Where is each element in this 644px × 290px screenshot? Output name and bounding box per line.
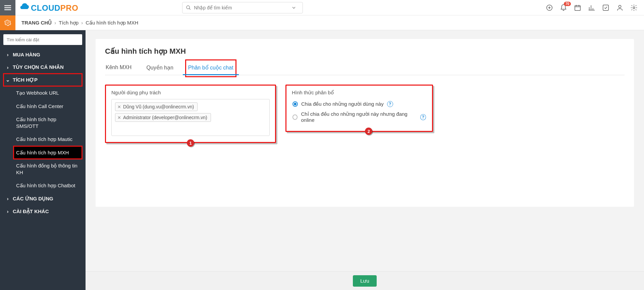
svg-point-5 — [633, 7, 635, 9]
sidebar-item-sync-kh[interactable]: Cấu hình đồng bộ thông tin KH — [13, 159, 82, 179]
main-content: Cấu hình tích hợp MXH Kênh MXH Quyền hạn… — [86, 30, 644, 290]
sidebar-group-label: CÁC ỨNG DỤNG — [13, 196, 53, 202]
breadcrumb-home[interactable]: TRANG CHỦ — [21, 20, 52, 26]
radio-option-all[interactable]: Chia đều cho những người dùng này ? — [292, 99, 427, 109]
gear-icon — [4, 19, 11, 27]
sidebar-group-apps[interactable]: ›CÁC ỨNG DỤNG — [3, 192, 82, 205]
chart-icon — [588, 4, 595, 11]
sidebar-group-label: TÙY CHỌN CÁ NHÂN — [13, 64, 64, 70]
notification-badge: 70 — [564, 2, 571, 6]
sidebar-item-callcenter[interactable]: Cấu hình Call Center — [13, 100, 82, 113]
search-input[interactable] — [194, 5, 289, 10]
hamburger-menu-button[interactable] — [0, 0, 15, 15]
radio-button[interactable] — [292, 101, 298, 107]
calendar-icon — [574, 4, 581, 11]
sidebar-item-mxh[interactable]: Cấu hình tích hợp MXH — [13, 146, 82, 159]
notifications-button[interactable]: 70 — [559, 4, 568, 12]
user-tag: ✕ Administrator (developer@onlinecrm.vn) — [115, 113, 211, 122]
radio-label: Chia đều cho những người dùng này — [301, 101, 384, 107]
app-logo[interactable]: CLOUDPRO — [19, 3, 78, 13]
chevron-right-icon: › — [6, 52, 9, 57]
sidebar-item-chatbot[interactable]: Cấu hình tích hợp Chatbot — [13, 179, 82, 192]
header-actions: 70 — [545, 4, 644, 12]
settings-button[interactable] — [630, 4, 638, 12]
panel-title: Người dùng phụ trách — [111, 90, 270, 96]
breadcrumb-item: Cấu hình tích hợp MXH — [86, 20, 138, 26]
sidebar-item-webhook[interactable]: Tạo Webhook URL — [13, 86, 82, 100]
annotation-badge-1: 1 — [187, 139, 194, 147]
panel-title: Hình thức phân bổ — [292, 90, 427, 96]
plus-circle-icon — [546, 4, 553, 11]
hamburger-icon — [4, 4, 12, 12]
chevron-right-icon: › — [6, 64, 9, 70]
radio-button[interactable] — [292, 114, 298, 120]
sidebar-group-label: MUA HÀNG — [13, 52, 40, 57]
breadcrumb-row: TRANG CHỦ › Tích hợp › Cấu hình tích hợp… — [0, 15, 644, 30]
tasks-button[interactable] — [602, 4, 610, 12]
radio-option-online[interactable]: Chỉ chia đều cho những người này nhưng đ… — [292, 109, 427, 125]
svg-rect-3 — [603, 5, 609, 10]
tab-permissions[interactable]: Quyền hạn — [146, 62, 174, 75]
sidebar-group-integration[interactable]: ⌄TÍCH HỢP — [3, 74, 82, 86]
save-button[interactable]: Lưu — [353, 275, 377, 287]
help-icon[interactable]: ? — [420, 114, 426, 120]
sidebar-subitems: Tạo Webhook URL Cấu hình Call Center Cấu… — [3, 86, 82, 192]
radio-label: Chỉ chia đều cho những người này nhưng đ… — [301, 111, 417, 123]
sidebar-group-personal[interactable]: ›TÙY CHỌN CÁ NHÂN — [3, 61, 82, 74]
svg-point-6 — [7, 22, 9, 24]
help-icon[interactable]: ? — [387, 101, 393, 107]
assigned-users-panel: Người dùng phụ trách ✕ Dũng Vũ (dung.vu@… — [105, 85, 276, 143]
content-card: Cấu hình tích hợp MXH Kênh MXH Quyền hạn… — [96, 39, 634, 207]
svg-rect-2 — [575, 5, 581, 10]
logo-text-1: CLOUD — [31, 3, 60, 13]
quick-add-button[interactable] — [545, 4, 553, 12]
user-tag-label: Administrator (developer@onlinecrm.vn) — [123, 115, 207, 120]
tab-channels[interactable]: Kênh MXH — [105, 62, 132, 75]
sidebar-item-mautic[interactable]: Cấu hình tích hợp Mautic — [13, 133, 82, 146]
profile-button[interactable] — [616, 4, 624, 12]
tab-bar: Kênh MXH Quyền hạn Phân bổ cuộc chat — [105, 62, 625, 75]
distribution-mode-panel: Hình thức phân bổ Chia đều cho những ngư… — [285, 85, 433, 132]
user-tag: ✕ Dũng Vũ (dung.vu@onlinecrm.vn) — [115, 102, 198, 111]
sidebar-group-purchases[interactable]: ›MUA HÀNG — [3, 48, 82, 61]
sidebar-group-label: TÍCH HỢP — [13, 77, 38, 83]
global-search[interactable] — [182, 2, 303, 13]
chevron-down-icon: ⌄ — [6, 77, 9, 83]
page-title: Cấu hình tích hợp MXH — [105, 47, 625, 56]
sidebar-filter-input[interactable] — [3, 34, 82, 45]
breadcrumb-separator: › — [54, 20, 56, 26]
sidebar-item-sms[interactable]: Cấu hình tích hợp SMS/OTT — [13, 113, 82, 133]
search-icon — [186, 5, 191, 10]
svg-point-4 — [619, 5, 621, 7]
remove-tag-button[interactable]: ✕ — [117, 104, 121, 109]
calendar-button[interactable] — [574, 4, 582, 12]
breadcrumb-separator: › — [81, 20, 83, 26]
user-tag-label: Dũng Vũ (dung.vu@onlinecrm.vn) — [123, 104, 194, 109]
settings-home-button[interactable] — [0, 15, 15, 30]
chevron-down-icon[interactable] — [291, 5, 297, 10]
remove-tag-button[interactable]: ✕ — [117, 115, 121, 120]
breadcrumb: TRANG CHỦ › Tích hợp › Cấu hình tích hợp… — [15, 20, 138, 26]
user-icon — [616, 4, 624, 11]
top-header: CLOUDPRO 70 — [0, 0, 644, 15]
chevron-right-icon: › — [6, 196, 9, 201]
reports-button[interactable] — [588, 4, 596, 12]
settings-sidebar: ›MUA HÀNG ›TÙY CHỌN CÁ NHÂN ⌄TÍCH HỢP Tạ… — [0, 30, 86, 290]
cloud-icon — [19, 3, 30, 11]
check-square-icon — [602, 4, 609, 11]
user-tag-input[interactable]: ✕ Dũng Vũ (dung.vu@onlinecrm.vn) ✕ Admin… — [111, 99, 270, 136]
sidebar-group-other[interactable]: ›CÀI ĐẶT KHÁC — [3, 205, 82, 218]
sidebar-group-label: CÀI ĐẶT KHÁC — [13, 208, 49, 214]
chevron-right-icon: › — [6, 208, 9, 214]
logo-text-2: PRO — [60, 3, 78, 13]
annotation-badge-2: 2 — [365, 128, 372, 135]
breadcrumb-item[interactable]: Tích hợp — [59, 20, 78, 26]
gear-icon — [630, 4, 638, 11]
tab-chat-distribution[interactable]: Phân bổ cuộc chat — [187, 62, 234, 75]
footer-action-bar: Lưu — [86, 271, 644, 290]
